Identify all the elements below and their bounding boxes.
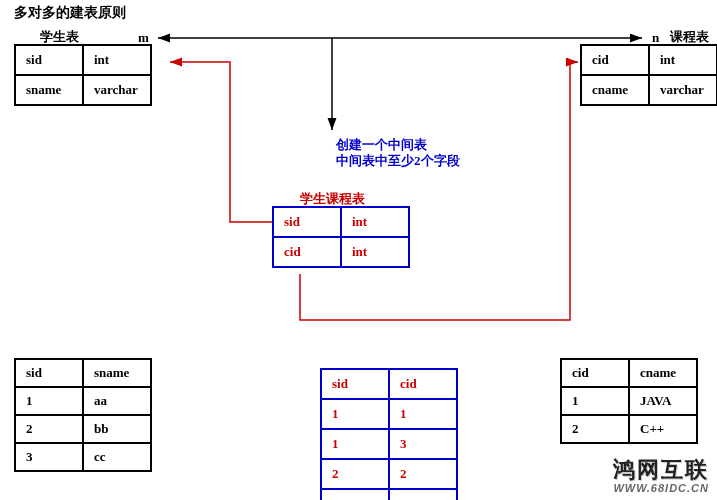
col-type: varchar (649, 75, 717, 105)
header-cell: cid (389, 369, 457, 399)
course-schema-table: cid int cname varchar (580, 44, 717, 106)
col-name: sid (273, 207, 341, 237)
table-row: 2bb (15, 415, 151, 443)
junction-schema-table: sid int cid int (272, 206, 410, 268)
header-cell: sname (83, 359, 151, 387)
cell: 2 (15, 415, 83, 443)
cell: 2 (389, 459, 457, 489)
table-row: 11 (321, 399, 457, 429)
col-name: cid (581, 45, 649, 75)
table-row: 1aa (15, 387, 151, 415)
cell: 1 (389, 399, 457, 429)
cell: aa (83, 387, 151, 415)
cell: 1 (321, 399, 389, 429)
cell: bb (83, 415, 151, 443)
student-data-table: sid sname 1aa 2bb 3cc (14, 358, 152, 472)
table-row: sname varchar (15, 75, 151, 105)
cell: 1 (15, 387, 83, 415)
junction-data-table: sid cid 11 13 22 31 (320, 368, 458, 500)
col-type: int (341, 237, 409, 267)
col-name: sname (15, 75, 83, 105)
table-row: sid int (273, 207, 409, 237)
header-cell: sid (321, 369, 389, 399)
table-header-row: cid cname (561, 359, 697, 387)
col-name: sid (15, 45, 83, 75)
middle-note-2: 中间表中至少2个字段 (336, 152, 460, 170)
cell: 3 (15, 443, 83, 471)
header-cell: cname (629, 359, 697, 387)
table-header-row: sid sname (15, 359, 151, 387)
table-row: cid int (273, 237, 409, 267)
table-row: 31 (321, 489, 457, 500)
col-type: int (341, 207, 409, 237)
cell: 1 (389, 489, 457, 500)
cell: 1 (321, 429, 389, 459)
cell: C++ (629, 415, 697, 443)
watermark: 鸿网互联 WWW.68IDC.CN (613, 458, 709, 494)
table-row: cname varchar (581, 75, 717, 105)
table-row: sid int (15, 45, 151, 75)
cell: 2 (321, 459, 389, 489)
table-header-row: sid cid (321, 369, 457, 399)
student-schema-table: sid int sname varchar (14, 44, 152, 106)
watermark-text: 鸿网互联 (613, 458, 709, 482)
course-data-table: cid cname 1JAVA 2C++ (560, 358, 698, 444)
table-row: cid int (581, 45, 717, 75)
table-row: 22 (321, 459, 457, 489)
col-type: varchar (83, 75, 151, 105)
cell: 3 (389, 429, 457, 459)
cell: 3 (321, 489, 389, 500)
col-type: int (83, 45, 151, 75)
cell: JAVA (629, 387, 697, 415)
cell: cc (83, 443, 151, 471)
table-row: 1JAVA (561, 387, 697, 415)
col-name: cid (273, 237, 341, 267)
col-name: cname (581, 75, 649, 105)
header-cell: cid (561, 359, 629, 387)
table-row: 3cc (15, 443, 151, 471)
table-row: 13 (321, 429, 457, 459)
header-cell: sid (15, 359, 83, 387)
cell: 1 (561, 387, 629, 415)
diagram-title: 多对多的建表原则 (14, 4, 126, 22)
watermark-url: WWW.68IDC.CN (613, 482, 709, 494)
cell: 2 (561, 415, 629, 443)
col-type: int (649, 45, 717, 75)
table-row: 2C++ (561, 415, 697, 443)
